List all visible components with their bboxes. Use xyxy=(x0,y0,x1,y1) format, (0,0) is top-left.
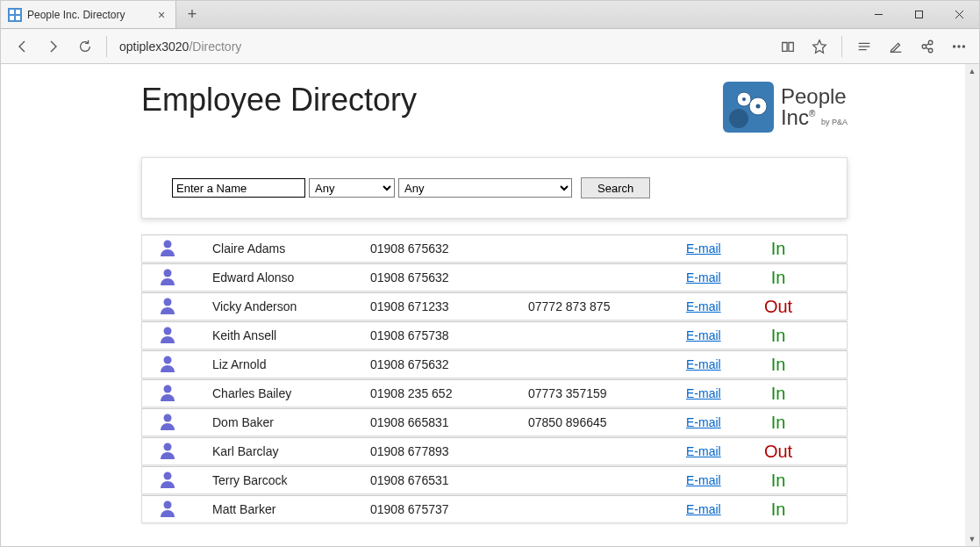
svg-point-36 xyxy=(164,500,172,508)
status-badge: Out xyxy=(748,442,809,462)
employee-phone: 01908 676531 xyxy=(370,473,528,487)
employee-name: Edward Alonso xyxy=(212,270,370,284)
email-link[interactable]: E-mail xyxy=(686,357,721,371)
employee-email: E-mail xyxy=(686,328,748,342)
svg-point-31 xyxy=(164,356,172,363)
svg-line-17 xyxy=(926,47,929,49)
minimize-button[interactable] xyxy=(858,1,898,28)
logo-text: People Inc® by P&A xyxy=(781,86,848,128)
svg-point-29 xyxy=(164,298,172,306)
forward-button[interactable] xyxy=(38,31,69,62)
employee-phone: 01908 665831 xyxy=(370,415,528,429)
employee-row: Keith Ansell01908 675738E-mailIn xyxy=(141,321,848,349)
employee-phone: 01908 235 652 xyxy=(370,386,528,400)
avatar-icon xyxy=(160,471,212,491)
svg-point-35 xyxy=(164,471,172,479)
avatar-icon xyxy=(160,326,212,346)
logo-reg: ® xyxy=(809,109,815,119)
svg-point-27 xyxy=(164,240,172,248)
search-name-input[interactable] xyxy=(172,178,305,198)
vertical-scrollbar[interactable]: ▲ ▼ xyxy=(965,64,979,546)
employee-phone: 01908 675738 xyxy=(370,328,528,342)
svg-rect-1 xyxy=(10,10,14,14)
employee-phone: 01908 675632 xyxy=(370,357,528,371)
new-tab-button[interactable]: + xyxy=(176,1,208,28)
employee-mobile: 07850 896645 xyxy=(528,415,686,429)
more-icon[interactable] xyxy=(944,32,974,61)
employee-name: Matt Barker xyxy=(212,502,370,516)
employee-row: Vicky Anderson01908 67123307772 873 875E… xyxy=(141,292,848,320)
scroll-down-icon[interactable]: ▼ xyxy=(965,532,979,546)
status-badge: In xyxy=(748,500,809,520)
svg-point-15 xyxy=(928,48,933,53)
email-link[interactable]: E-mail xyxy=(686,241,721,256)
close-button[interactable] xyxy=(939,1,979,28)
url-host: optiplex3020 xyxy=(119,40,189,54)
email-link[interactable]: E-mail xyxy=(686,299,721,313)
svg-point-19 xyxy=(958,45,960,47)
email-link[interactable]: E-mail xyxy=(686,386,721,400)
employee-email: E-mail xyxy=(686,502,748,516)
titlebar: People Inc. Directory × + xyxy=(1,1,979,29)
status-badge: In xyxy=(748,384,809,404)
logo-byline: by P&A xyxy=(821,118,848,126)
notes-icon[interactable] xyxy=(881,32,911,61)
status-badge: In xyxy=(748,355,809,375)
employee-mobile: 07772 873 875 xyxy=(528,299,686,313)
address-bar: optiplex3020/Directory xyxy=(1,29,979,64)
svg-point-28 xyxy=(164,269,172,277)
employee-email: E-mail xyxy=(686,386,748,400)
logo-icon xyxy=(723,82,774,133)
page-viewport: ▲ ▼ Employee Directory xyxy=(1,64,979,546)
email-link[interactable]: E-mail xyxy=(686,415,721,429)
maximize-button[interactable] xyxy=(898,1,939,28)
filter1-select[interactable]: Any xyxy=(309,178,395,198)
email-link[interactable]: E-mail xyxy=(686,328,721,342)
employee-name: Keith Ansell xyxy=(212,328,370,342)
svg-point-30 xyxy=(164,327,172,335)
employee-phone: 01908 675737 xyxy=(370,502,528,516)
share-icon[interactable] xyxy=(912,32,942,61)
employee-row: Terry Barcock01908 676531E-mailIn xyxy=(141,466,848,494)
filter2-select[interactable]: Any xyxy=(398,178,572,198)
employee-email: E-mail xyxy=(686,299,748,313)
refresh-button[interactable] xyxy=(69,31,101,62)
svg-point-33 xyxy=(164,414,172,421)
status-badge: In xyxy=(748,326,809,346)
browser-tab[interactable]: People Inc. Directory × xyxy=(1,1,176,28)
employee-name: Charles Bailey xyxy=(212,386,370,400)
email-link[interactable]: E-mail xyxy=(686,444,721,458)
svg-point-34 xyxy=(164,443,172,450)
svg-point-13 xyxy=(922,44,926,48)
avatar-icon xyxy=(160,500,212,520)
email-link[interactable]: E-mail xyxy=(686,270,721,284)
svg-line-16 xyxy=(926,43,929,46)
back-button[interactable] xyxy=(6,31,38,62)
employee-row: Liz Arnold01908 675632E-mailIn xyxy=(141,350,848,378)
url-field[interactable]: optiplex3020/Directory xyxy=(112,40,773,54)
hub-icon[interactable] xyxy=(849,32,879,61)
favorite-icon[interactable] xyxy=(805,32,834,61)
tab-close-icon[interactable]: × xyxy=(154,8,168,22)
employee-name: Claire Adams xyxy=(212,241,370,256)
reading-view-icon[interactable] xyxy=(773,32,803,61)
avatar-icon xyxy=(160,239,212,259)
avatar-icon xyxy=(160,413,212,433)
svg-rect-3 xyxy=(10,16,14,20)
svg-point-18 xyxy=(954,45,955,47)
svg-point-32 xyxy=(164,385,172,392)
employee-email: E-mail xyxy=(686,357,748,371)
email-link[interactable]: E-mail xyxy=(686,502,721,516)
scroll-up-icon[interactable]: ▲ xyxy=(965,64,979,78)
email-link[interactable]: E-mail xyxy=(686,473,721,487)
employee-name: Vicky Anderson xyxy=(212,299,370,313)
search-button[interactable]: Search xyxy=(581,177,650,198)
employee-name: Terry Barcock xyxy=(212,473,370,487)
employee-row: Claire Adams01908 675632E-mailIn xyxy=(141,234,848,263)
employee-name: Dom Baker xyxy=(212,415,370,429)
url-path: /Directory xyxy=(189,40,241,54)
separator xyxy=(841,36,842,57)
window-controls xyxy=(858,1,979,28)
search-panel: Any Any Search xyxy=(141,157,848,219)
employee-phone: 01908 675632 xyxy=(370,241,528,256)
